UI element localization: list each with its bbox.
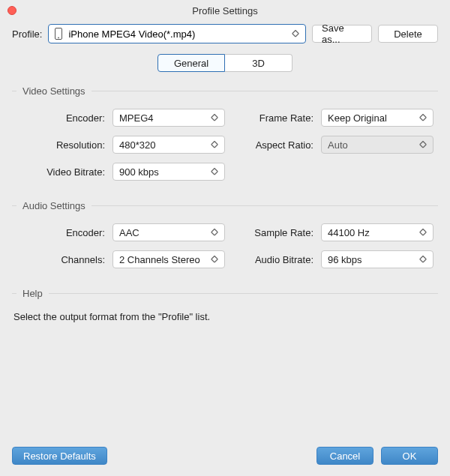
sample-rate-select[interactable]: 44100 Hz xyxy=(321,223,434,241)
profile-selected-value: iPhone MPEG4 Video(*.mp4) xyxy=(68,28,195,40)
footer: Restore Defaults Cancel OK xyxy=(0,443,450,476)
ok-label: OK xyxy=(403,451,417,462)
resolution-label: Resolution: xyxy=(12,139,112,151)
save-as-label: Save as... xyxy=(322,22,362,45)
aspect-ratio-label: Aspect Ratio: xyxy=(225,139,321,151)
cancel-button[interactable]: Cancel xyxy=(316,447,374,465)
chevron-down-icon xyxy=(292,28,299,40)
resolution-value: 480*320 xyxy=(119,139,155,151)
chevron-down-icon xyxy=(419,112,427,124)
channels-label: Channels: xyxy=(12,254,112,265)
help-group: Help Select the output format from the "… xyxy=(12,288,438,322)
aspect-ratio-value: Auto xyxy=(328,139,348,151)
chevron-down-icon xyxy=(419,254,427,265)
resolution-select[interactable]: 480*320 xyxy=(112,136,225,154)
tab-bar: General 3D xyxy=(12,54,438,72)
ok-button[interactable]: OK xyxy=(381,447,438,465)
video-encoder-select[interactable]: MPEG4 xyxy=(112,109,225,127)
video-settings-group: Video Settings Encoder: MPEG4 Frame Rate… xyxy=(12,85,438,181)
audio-settings-group: Audio Settings Encoder: AAC Sample Rate:… xyxy=(12,200,438,268)
chevron-down-icon xyxy=(211,227,218,238)
close-icon[interactable] xyxy=(8,6,16,15)
tab-3d-label: 3D xyxy=(252,58,265,69)
audio-encoder-select[interactable]: AAC xyxy=(112,223,225,241)
cancel-label: Cancel xyxy=(330,451,360,462)
help-title: Help xyxy=(22,288,43,299)
tab-general[interactable]: General xyxy=(158,54,225,72)
video-bitrate-value: 900 kbps xyxy=(119,166,159,178)
chevron-down-icon xyxy=(211,166,218,178)
channels-select[interactable]: 2 Channels Stereo xyxy=(112,250,225,268)
chevron-down-icon xyxy=(211,254,218,265)
restore-defaults-label: Restore Defaults xyxy=(23,451,96,462)
sample-rate-value: 44100 Hz xyxy=(328,227,370,238)
profile-row: Profile: iPhone MPEG4 Video(*.mp4) Save … xyxy=(12,24,438,43)
video-bitrate-label: Video Bitrate: xyxy=(12,166,112,178)
audio-settings-title: Audio Settings xyxy=(22,200,86,211)
phone-icon xyxy=(55,28,62,40)
video-settings-title: Video Settings xyxy=(22,85,86,97)
video-encoder-label: Encoder: xyxy=(12,112,112,124)
chevron-down-icon xyxy=(419,227,427,238)
svg-point-1 xyxy=(58,37,60,38)
audio-encoder-label: Encoder: xyxy=(12,227,112,238)
help-text: Select the output format from the "Profi… xyxy=(12,311,438,322)
frame-rate-label: Frame Rate: xyxy=(225,112,321,124)
frame-rate-select[interactable]: Keep Original xyxy=(321,109,434,127)
restore-defaults-button[interactable]: Restore Defaults xyxy=(12,447,107,465)
tab-3d[interactable]: 3D xyxy=(225,54,292,72)
chevron-down-icon xyxy=(211,139,218,151)
sample-rate-label: Sample Rate: xyxy=(225,227,321,238)
audio-bitrate-select[interactable]: 96 kbps xyxy=(321,250,434,268)
window-title: Profile Settings xyxy=(192,5,257,16)
tab-general-label: General xyxy=(174,58,208,69)
delete-label: Delete xyxy=(394,28,422,40)
audio-encoder-value: AAC xyxy=(119,227,140,238)
profile-label: Profile: xyxy=(12,28,42,40)
audio-bitrate-label: Audio Bitrate: xyxy=(225,254,321,265)
delete-button[interactable]: Delete xyxy=(378,25,438,43)
save-as-button[interactable]: Save as... xyxy=(312,25,372,43)
aspect-ratio-select[interactable]: Auto xyxy=(321,136,434,154)
profile-select[interactable]: iPhone MPEG4 Video(*.mp4) xyxy=(48,24,306,43)
channels-value: 2 Channels Stereo xyxy=(119,254,200,265)
titlebar: Profile Settings xyxy=(0,0,450,21)
frame-rate-value: Keep Original xyxy=(328,112,387,124)
audio-bitrate-value: 96 kbps xyxy=(328,254,362,265)
video-bitrate-select[interactable]: 900 kbps xyxy=(112,163,225,181)
video-encoder-value: MPEG4 xyxy=(119,112,154,124)
chevron-down-icon xyxy=(419,139,427,151)
chevron-down-icon xyxy=(211,112,218,124)
